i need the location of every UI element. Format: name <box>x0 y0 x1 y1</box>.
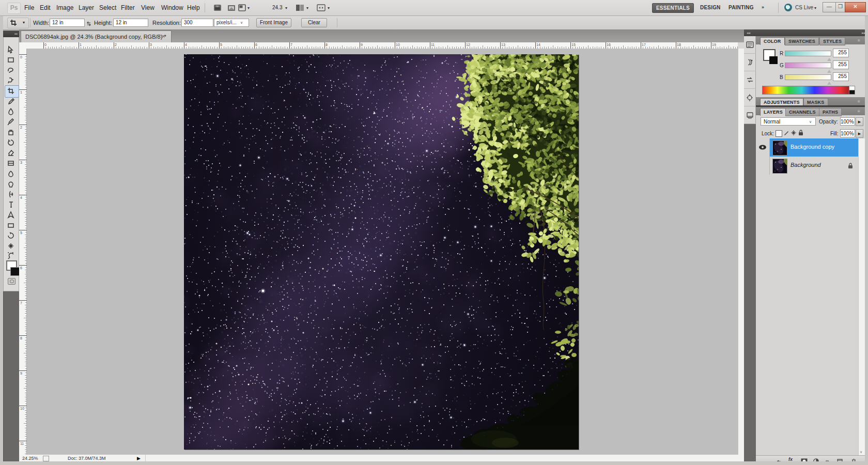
svg-text:br: br <box>216 5 219 8</box>
